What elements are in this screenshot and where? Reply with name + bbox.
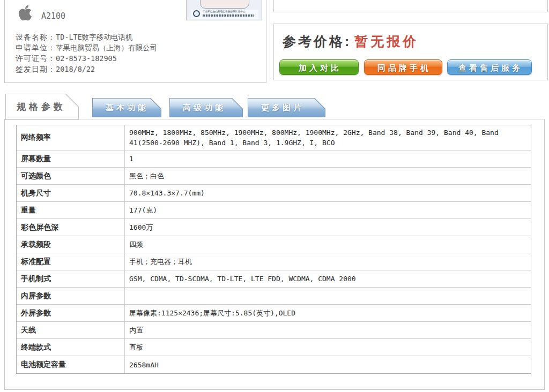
table-row: 天线内置 [17,322,531,339]
tab-label: 规格参数 [6,101,66,113]
button-blue[interactable]: 查看售后服务 [447,59,532,75]
table-row: 外屏参数屏幕像素:1125×2436;屏幕尺寸:5.85(英寸),OLED [17,305,531,322]
table-row: 电池额定容量2658mAH [17,356,531,373]
table-row: 可选颜色黑色；白色 [17,168,531,185]
spec-label-cell: 天线 [17,322,125,338]
tab-face: 更多图片 [248,99,325,117]
spec-label-cell: 屏幕数量 [17,150,125,167]
spec-value-cell: 177(克) [125,203,531,217]
tab-label: 更多图片 [248,103,304,113]
tab-face: 规格参数 [6,94,78,119]
spec-label-cell: 终端款式 [17,339,125,356]
tab-label: 高级功能 [170,103,226,113]
device-info-line: 申请单位：苹果电脑贸易（上海）有限公司 [16,42,157,53]
table-row: 屏幕数量1 [17,150,531,168]
info-label: 许可证号： [16,54,56,63]
spec-value-cell: 900MHz, 1800MHz, 850MHz, 1900MHz, 800MHz… [125,125,531,150]
spec-label-cell: 承载频段 [17,236,125,253]
tab-shape: 规格参数 [5,94,79,120]
spec-label-cell: 标准配置 [17,253,125,270]
spec-label-cell: 机身尺寸 [17,185,125,201]
device-info-line: 签发日期：2018/8/22 [16,64,157,74]
tab-2[interactable]: 高级功能 [169,98,243,117]
button-orange[interactable]: 同品牌手机 [364,59,442,75]
spec-value-cell: 黑色；白色 [125,169,531,183]
spec-value-cell: GSM, CDMA, TD-SCDMA, TD-LTE, LTE FDD, WC… [125,272,531,286]
certification-watermark-text: 工业和信息化部电信设备进网认证中心 [203,10,265,13]
spec-value-cell: 屏幕像素:1125×2436;屏幕尺寸:5.85(英寸),OLED [125,306,531,320]
price-label: 参考价格: [283,34,351,49]
spec-label-cell: 外屏参数 [17,305,125,321]
spec-value-cell: 直板 [125,340,531,355]
spec-content-panel: 网络频率900MHz, 1800MHz, 850MHz, 1900MHz, 80… [4,119,545,390]
spec-label-cell: 电池额定容量 [17,356,125,373]
tenaa-device-page: A2100 设备名称：TD-LTE数字移动电话机申请单位：苹果电脑贸易（上海）有… [0,0,549,392]
spec-label-cell: 重量 [17,202,125,218]
info-value: TD-LTE数字移动电话机 [56,33,132,41]
spec-value-cell: 1 [125,152,531,166]
top-right-panel [273,0,548,12]
tab-face: 基本功能 [93,99,161,117]
spec-value-cell: 2658mAH [125,358,531,372]
device-info-line: 设备名称：TD-LTE数字移动电话机 [16,32,157,42]
certification-watermark-subtext [203,14,254,17]
spec-value-cell: 70.8×143.3×7.7(mm) [125,186,531,200]
tab-shape: 高级功能 [169,98,243,117]
spec-value-cell: 内置 [125,323,531,337]
certification-watermark: 工业和信息化部电信设备进网认证中心 [191,10,258,19]
device-info-lines: 设备名称：TD-LTE数字移动电话机申请单位：苹果电脑贸易（上海）有限公司许可证… [16,32,157,74]
spec-value-cell [125,294,531,298]
info-value: 苹果电脑贸易（上海）有限公司 [56,43,157,52]
info-label: 设备名称： [16,33,56,41]
spec-value-cell: 四频 [125,237,531,252]
info-label: 签发日期： [16,65,56,73]
price-line: 参考价格:暂无报价 [283,33,419,50]
tab-shape: 更多图片 [248,98,325,117]
info-value: 02-8573-182905 [56,54,117,63]
table-row: 标准配置手机；充电器；耳机 [17,253,531,270]
device-model: A2100 [41,11,65,21]
spec-label-cell: 内屏参数 [17,288,125,304]
spec-table: 网络频率900MHz, 1800MHz, 850MHz, 1900MHz, 80… [16,125,531,374]
tabs: 规格参数基本功能高级功能更多图片 [4,94,545,120]
table-row: 内屏参数 [17,288,531,305]
spec-label-cell: 彩色屏色深 [17,219,125,236]
price-value: 暂无报价 [354,34,419,49]
info-value: 2018/8/22 [56,65,95,73]
spec-label-cell: 网络频率 [17,125,125,150]
table-row: 网络频率900MHz, 1800MHz, 850MHz, 1900MHz, 80… [17,125,531,150]
tab-face: 高级功能 [170,99,242,117]
spec-value-cell: 手机；充电器；耳机 [125,254,531,269]
spec-label-cell: 手机制式 [17,270,125,287]
apple-logo-icon [17,4,33,21]
table-row: 机身尺寸70.8×143.3×7.7(mm) [17,185,531,202]
table-row: 手机制式GSM, CDMA, TD-SCDMA, TD-LTE, LTE FDD… [17,270,531,288]
table-row: 承载频段四频 [17,236,531,253]
certification-logo-icon [193,10,200,17]
spec-label-cell: 可选颜色 [17,168,125,184]
tab-1[interactable]: 基本功能 [92,98,161,117]
price-panel: 参考价格:暂无报价 加入对比同品牌手机查看售后服务 [273,24,548,80]
info-label: 申请单位： [16,43,56,52]
tab-label: 基本功能 [93,103,149,113]
tab-shape: 基本功能 [92,98,161,117]
device-info-line: 许可证号：02-8573-182905 [16,53,157,64]
spec-value-cell: 1600万 [125,220,531,235]
button-green[interactable]: 加入对比 [279,59,359,75]
device-photo-detail [200,0,249,9]
tab-0[interactable]: 规格参数 [5,94,79,120]
table-row: 重量177(克) [17,202,531,219]
table-row: 彩色屏色深1600万 [17,219,531,236]
device-photo: 工业和信息化部电信设备进网认证中心 [186,0,262,20]
table-row: 终端款式直板 [17,339,531,356]
tab-3[interactable]: 更多图片 [248,98,325,117]
